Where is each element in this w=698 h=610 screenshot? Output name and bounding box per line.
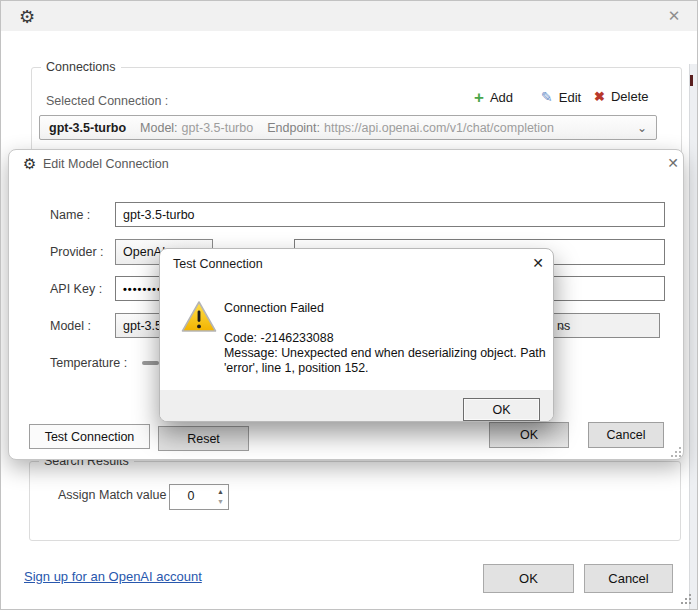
delete-connection-button[interactable]: ✖ Delete [594, 89, 648, 104]
openai-signup-link[interactable]: Sign up for an OpenAI account [24, 569, 202, 584]
temperature-slider[interactable] [142, 361, 159, 365]
endpoint-key-label: Endpoint: [267, 121, 320, 135]
provider-label: Provider : [50, 245, 104, 259]
messagebox-ok-button[interactable]: OK [463, 398, 540, 421]
model-key-label: Model: [140, 121, 178, 135]
main-window-titlebar [1, 1, 698, 31]
edit-connection-button[interactable]: ✎ Edit [541, 89, 581, 105]
plus-icon: + [474, 89, 484, 106]
arrow-down-icon[interactable]: ▼ [217, 497, 224, 507]
dialog-gear-icon: ⚙ [23, 155, 36, 173]
main-window-close-icon[interactable]: ✕ [664, 7, 684, 25]
selected-connection-label: Selected Connection : [46, 94, 168, 108]
assign-match-value-stepper[interactable]: 0 ▲ ▼ [169, 484, 229, 510]
temperature-label: Temperature : [50, 356, 127, 370]
resize-grip[interactable] [677, 592, 693, 606]
reset-button[interactable]: Reset [158, 426, 249, 451]
messagebox-heading: Connection Failed [224, 301, 324, 315]
connection-name: gpt-3.5-turbo [49, 121, 126, 135]
messagebox-code-line: Code: -2146233088 [224, 331, 334, 345]
warning-icon [181, 299, 217, 335]
main-ok-button[interactable]: OK [483, 564, 574, 593]
chevron-down-icon: ⌄ [637, 121, 647, 135]
edit-dialog-ok-button[interactable]: OK [489, 422, 569, 448]
edit-dialog-close-icon[interactable]: ✕ [664, 155, 682, 171]
edit-dialog-title: Edit Model Connection [43, 157, 169, 171]
test-connection-messagebox: Test Connection ✕ Connection Failed Code… [159, 248, 554, 422]
test-connection-button[interactable]: Test Connection [29, 424, 150, 449]
name-label: Name : [50, 208, 90, 222]
add-connection-button[interactable]: + Add [474, 89, 513, 106]
cursor-artifact [690, 75, 693, 86]
delete-button-label: Delete [611, 89, 649, 104]
dialog-resize-grip[interactable] [667, 445, 683, 459]
delete-cross-icon: ✖ [594, 89, 605, 104]
messagebox-close-icon[interactable]: ✕ [528, 255, 548, 271]
name-field[interactable]: gpt-3.5-turbo [115, 202, 665, 227]
stepper-value: 0 [170, 489, 212, 503]
chevron-down-icon: ⌄ [557, 319, 650, 333]
connections-group-title: Connections [41, 60, 121, 74]
main-cancel-button[interactable]: Cancel [584, 564, 673, 593]
endpoint-key-value: https://api.openai.com/v1/chat/completio… [324, 121, 554, 135]
settings-gear-icon: ⚙ [19, 6, 35, 28]
stepper-arrows[interactable]: ▲ ▼ [217, 487, 224, 507]
arrow-up-icon[interactable]: ▲ [217, 487, 224, 497]
edit-dialog-cancel-button[interactable]: Cancel [588, 422, 664, 448]
model-label: Model : [50, 319, 91, 333]
edit-button-label: Edit [559, 90, 581, 105]
model-key-value: gpt-3.5-turbo [182, 121, 254, 135]
messagebox-message-line: Message: Unexpected end when deserializi… [224, 346, 554, 376]
messagebox-title: Test Connection [173, 257, 263, 271]
right-edge-strip [689, 64, 698, 610]
api-key-label: API Key : [50, 282, 102, 296]
assign-match-value-label: Assign Match value : [58, 488, 173, 502]
pencil-icon: ✎ [541, 89, 553, 105]
add-button-label: Add [490, 90, 513, 105]
app-root: ⚙ ✕ Connections Selected Connection : + … [0, 0, 698, 610]
selected-connection-combobox[interactable]: gpt-3.5-turbo Model: gpt-3.5-turbo Endpo… [39, 115, 657, 140]
